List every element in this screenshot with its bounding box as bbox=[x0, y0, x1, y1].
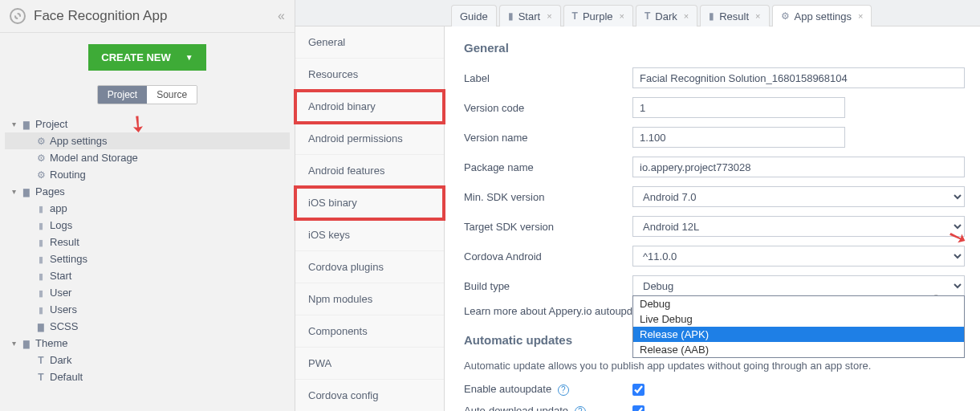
help-icon[interactable]: ? bbox=[558, 385, 569, 396]
cordova-android-select[interactable]: ^11.0.0 bbox=[632, 246, 965, 267]
nav-general[interactable]: General bbox=[295, 26, 444, 59]
folder-icon bbox=[19, 119, 34, 130]
nav-cordova-plugins[interactable]: Cordova plugins bbox=[295, 251, 444, 283]
tree-node-logs[interactable]: Logs bbox=[5, 217, 290, 234]
close-icon[interactable]: × bbox=[755, 11, 760, 21]
tree-node-dark[interactable]: Dark bbox=[5, 352, 290, 368]
page-icon bbox=[34, 271, 48, 282]
page-icon bbox=[34, 237, 48, 248]
tree-node-start[interactable]: Start bbox=[5, 267, 290, 284]
label-auto-download: Auto-download update ? bbox=[464, 405, 632, 411]
folder-icon bbox=[34, 321, 48, 332]
page-icon bbox=[34, 304, 48, 315]
gear-icon bbox=[34, 169, 48, 181]
theme-icon bbox=[34, 372, 48, 383]
folder-icon bbox=[19, 186, 34, 197]
tab-purple[interactable]: Purple× bbox=[563, 5, 633, 26]
build-option-release-apk[interactable]: Release (APK) bbox=[633, 327, 964, 342]
build-type-dropdown: Debug Live Debug Release (APK) Release (… bbox=[632, 295, 965, 358]
tree-node-default[interactable]: Default bbox=[5, 368, 290, 385]
build-option-release-aab[interactable]: Release (AAB) bbox=[633, 342, 964, 357]
label-version-name: Version name bbox=[464, 132, 632, 144]
app-logo-icon bbox=[10, 8, 26, 24]
close-icon[interactable]: × bbox=[858, 11, 863, 21]
label-package-name: Package name bbox=[464, 161, 632, 173]
theme-icon bbox=[34, 355, 48, 366]
help-icon[interactable]: ? bbox=[575, 406, 586, 411]
version-code-input[interactable] bbox=[632, 97, 845, 118]
nav-android-features[interactable]: Android features bbox=[295, 155, 444, 187]
page-icon bbox=[34, 287, 48, 299]
nav-cordova-config[interactable]: Cordova config bbox=[295, 380, 444, 411]
folder-icon bbox=[19, 338, 34, 349]
nav-npm-modules[interactable]: Npm modules bbox=[295, 283, 444, 315]
segment-source[interactable]: Source bbox=[147, 86, 197, 104]
version-name-input[interactable] bbox=[632, 127, 845, 148]
page-icon bbox=[34, 220, 48, 231]
label-input[interactable] bbox=[632, 67, 965, 88]
page-icon bbox=[34, 203, 48, 214]
tab-app-settings[interactable]: App settings× bbox=[772, 5, 872, 26]
tree-node-model-storage[interactable]: Model and Storage bbox=[5, 149, 290, 166]
close-icon[interactable]: × bbox=[684, 11, 689, 21]
tab-dark[interactable]: Dark× bbox=[636, 5, 697, 26]
tree-node-routing[interactable]: Routing bbox=[5, 166, 290, 183]
section-general: General bbox=[464, 41, 965, 55]
segment-project[interactable]: Project bbox=[98, 86, 147, 104]
tab-guide[interactable]: Guide bbox=[451, 5, 497, 26]
nav-ios-binary[interactable]: iOS binary bbox=[295, 187, 444, 219]
chevron-down-icon: ▼ bbox=[185, 53, 193, 62]
build-option-live-debug[interactable]: Live Debug bbox=[633, 311, 964, 327]
close-icon[interactable]: × bbox=[547, 11, 551, 21]
editor-tabs: Guide ▮Start× Purple× Dark× ▮Result× App… bbox=[295, 0, 980, 26]
page-icon: ▮ bbox=[709, 10, 714, 22]
tree-node-settings[interactable]: Settings bbox=[5, 250, 290, 267]
tree-node-pages[interactable]: ▾Pages bbox=[5, 183, 290, 200]
tab-result[interactable]: ▮Result× bbox=[700, 5, 769, 26]
auto-update-description: Automatic update allows you to publish a… bbox=[464, 360, 965, 372]
gear-icon bbox=[781, 10, 790, 22]
target-sdk-select[interactable]: Android 12L bbox=[632, 216, 965, 237]
label-min-sdk: Min. SDK version bbox=[464, 191, 632, 203]
app-title: Face Recognition App bbox=[34, 8, 278, 24]
tree-node-scss[interactable]: SCSS bbox=[5, 318, 290, 335]
gear-icon bbox=[34, 153, 48, 164]
gear-icon bbox=[34, 136, 48, 147]
tree-node-result[interactable]: Result bbox=[5, 234, 290, 250]
label-cordova-android: Cordova Android bbox=[464, 250, 632, 262]
close-icon[interactable]: × bbox=[620, 11, 624, 21]
nav-android-permissions[interactable]: Android permissions bbox=[295, 123, 444, 155]
nav-pwa[interactable]: PWA bbox=[295, 348, 444, 380]
theme-icon bbox=[572, 10, 578, 22]
label-version-code: Version code bbox=[464, 102, 632, 114]
nav-resources[interactable]: Resources bbox=[295, 59, 444, 91]
label-build-type: Build type bbox=[464, 280, 632, 292]
nav-ios-keys[interactable]: iOS keys bbox=[295, 219, 444, 251]
create-new-button[interactable]: CREATE NEW ▼ bbox=[88, 44, 205, 71]
nav-android-binary[interactable]: Android binary bbox=[295, 91, 444, 123]
settings-nav: General Resources Android binary Android… bbox=[295, 26, 445, 411]
collapse-panel-icon[interactable]: « bbox=[278, 9, 285, 23]
enable-autoupdate-checkbox[interactable] bbox=[632, 384, 645, 396]
project-tree: ▾Project App settings Model and Storage … bbox=[0, 116, 295, 385]
tree-node-user[interactable]: User bbox=[5, 284, 290, 301]
build-option-debug[interactable]: Debug bbox=[633, 296, 964, 311]
label-label: Label bbox=[464, 72, 632, 84]
auto-download-checkbox[interactable] bbox=[632, 405, 645, 412]
nav-components[interactable]: Components bbox=[295, 315, 444, 348]
tree-node-users[interactable]: Users bbox=[5, 301, 290, 318]
min-sdk-select[interactable]: Android 7.0 bbox=[632, 186, 965, 207]
page-icon bbox=[34, 254, 48, 265]
package-name-input[interactable] bbox=[632, 157, 965, 177]
tree-node-project[interactable]: ▾Project bbox=[5, 116, 290, 132]
tree-node-app-page[interactable]: app bbox=[5, 200, 290, 217]
tree-node-app-settings[interactable]: App settings bbox=[5, 132, 290, 149]
label-enable-autoupdate: Enable autoupdate ? bbox=[464, 383, 632, 396]
label-target-sdk: Target SDK version bbox=[464, 221, 632, 233]
theme-icon bbox=[645, 10, 650, 22]
create-new-label: CREATE NEW bbox=[101, 51, 170, 63]
build-type-select[interactable]: Debug bbox=[632, 275, 965, 296]
page-icon: ▮ bbox=[508, 10, 514, 22]
tab-start[interactable]: ▮Start× bbox=[499, 5, 561, 26]
tree-node-theme[interactable]: ▾Theme bbox=[5, 335, 290, 352]
